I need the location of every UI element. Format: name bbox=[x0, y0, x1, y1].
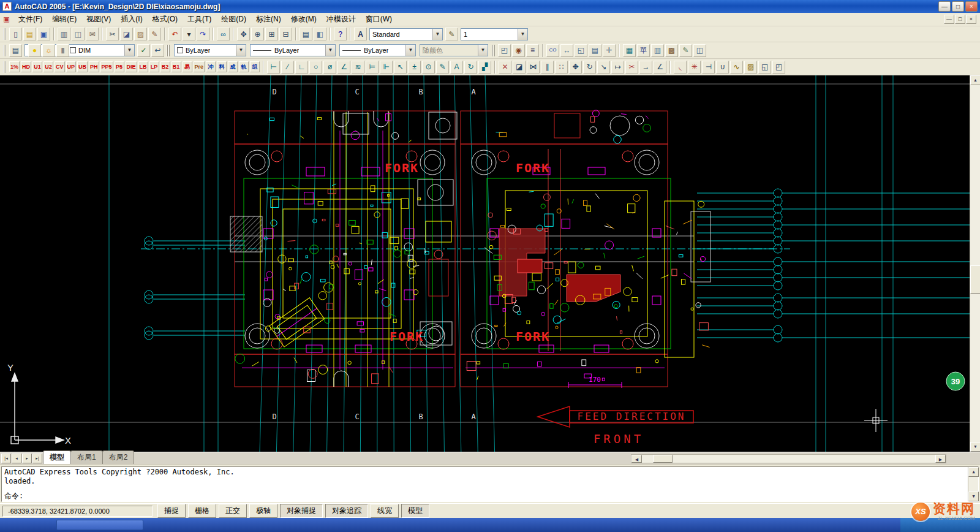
dim-update-icon[interactable]: ↻ bbox=[464, 61, 477, 74]
die-tool-button-组[interactable]: 组 bbox=[250, 61, 260, 72]
toolbar-grip[interactable] bbox=[3, 61, 6, 73]
scroll-down-icon[interactable]: ▼ bbox=[970, 442, 980, 452]
command-history[interactable]: AutoCAD Express Tools Copyright ?2000 Au… bbox=[1, 466, 979, 502]
scrollbar-thumb[interactable] bbox=[970, 265, 980, 294]
help-icon[interactable]: ? bbox=[334, 28, 347, 40]
die-tool-button-lp[interactable]: LP bbox=[149, 61, 159, 72]
explode-icon[interactable]: ✳ bbox=[688, 61, 701, 74]
die-tool-button-u2[interactable]: U2 bbox=[43, 61, 53, 72]
array-icon[interactable]: ∷ bbox=[555, 61, 568, 74]
block-icon[interactable]: ◰ bbox=[772, 61, 785, 74]
status-toggle[interactable]: 线宽 bbox=[371, 504, 399, 518]
menu-item[interactable]: 工具(T) bbox=[183, 13, 216, 26]
die-tool-button-cv[interactable]: CV bbox=[55, 61, 65, 72]
status-toggle[interactable]: 对象追踪 bbox=[325, 504, 368, 518]
table-icon[interactable]: ▦ bbox=[623, 44, 636, 57]
chevron-down-icon[interactable]: ▼ bbox=[478, 45, 488, 56]
restore-button[interactable]: □ bbox=[952, 1, 964, 12]
properties-icon[interactable]: ▤ bbox=[300, 28, 312, 40]
layer-previous-icon[interactable]: ↩ bbox=[151, 44, 164, 57]
menu-item[interactable]: 修改(M) bbox=[286, 13, 322, 26]
move-icon[interactable]: ✥ bbox=[569, 61, 582, 74]
locate-point-icon[interactable]: ✛ bbox=[603, 44, 616, 57]
die-tool-button-hd[interactable]: HD bbox=[21, 61, 31, 72]
die-tool-button-轨[interactable]: 轨 bbox=[239, 61, 249, 72]
join-icon[interactable]: ∪ bbox=[716, 61, 729, 74]
chevron-down-icon[interactable]: ▼ bbox=[405, 45, 415, 56]
tab-模型[interactable]: 模型 bbox=[43, 450, 71, 464]
die-tool-button-成[interactable]: 成 bbox=[228, 61, 238, 72]
undo-icon[interactable]: ↶ bbox=[168, 28, 181, 40]
sheetset-icon[interactable]: ▩ bbox=[665, 44, 678, 57]
distance-icon[interactable]: ↔ bbox=[560, 44, 573, 57]
cad-drawing[interactable]: D C B A D C B A bbox=[0, 75, 970, 452]
quickcalc-icon[interactable]: ≡ bbox=[526, 44, 539, 57]
copy-object-icon[interactable]: ◪ bbox=[513, 61, 526, 74]
dim-linear-icon[interactable]: ⊢ bbox=[267, 61, 280, 74]
menu-item[interactable]: 格式(O) bbox=[148, 13, 183, 26]
make-object-layer-current-icon[interactable]: ✓ bbox=[137, 44, 150, 57]
linetype-combo[interactable]: ByLayer ▼ bbox=[250, 44, 336, 56]
fillet-icon[interactable]: ◟ bbox=[674, 61, 687, 74]
scale-combo[interactable]: 1 ▼ bbox=[461, 28, 528, 40]
mdi-restore-button[interactable]: □ bbox=[955, 15, 965, 24]
dim-ordinate-icon[interactable]: ∟ bbox=[295, 61, 308, 74]
chevron-down-icon[interactable]: ▼ bbox=[325, 45, 335, 56]
plot-preview-icon[interactable]: ◫ bbox=[72, 28, 85, 40]
rotate-icon[interactable]: ↻ bbox=[583, 61, 596, 74]
erase-icon[interactable]: ✕ bbox=[499, 61, 511, 74]
chevron-down-icon[interactable]: ▼ bbox=[124, 45, 134, 56]
toolbar-grip[interactable] bbox=[3, 45, 6, 56]
toolbar-grip[interactable] bbox=[3, 28, 6, 40]
tab-布局2[interactable]: 布局2 bbox=[102, 450, 135, 464]
dim-angular-icon[interactable]: ∠ bbox=[337, 61, 350, 74]
tab-nav-button[interactable]: ◂ bbox=[12, 454, 21, 463]
new-icon[interactable]: ▯ bbox=[9, 28, 22, 40]
die-tool-button-b2[interactable]: B2 bbox=[160, 61, 170, 72]
die-tool-button-up[interactable]: UP bbox=[66, 61, 77, 72]
tab-布局1[interactable]: 布局1 bbox=[70, 450, 103, 464]
scroll-left-icon[interactable]: ◀ bbox=[631, 455, 642, 463]
copy-icon[interactable]: ◪ bbox=[120, 28, 133, 40]
layer-combo[interactable]: ●☼▮ DIM ▼ bbox=[24, 44, 135, 56]
hyperlink-icon[interactable]: ∞ bbox=[217, 28, 230, 40]
lock-icon[interactable]: ▮ bbox=[56, 44, 69, 57]
center-mark-icon[interactable]: ⊙ bbox=[422, 61, 435, 74]
scroll-right-icon[interactable]: ▶ bbox=[935, 455, 946, 463]
cut-icon[interactable]: ✂ bbox=[106, 28, 119, 40]
tab-nav-button[interactable]: ▸ bbox=[22, 454, 32, 463]
die-tool-button-pp5[interactable]: PP5 bbox=[100, 61, 113, 72]
list-icon[interactable]: ▤ bbox=[589, 44, 601, 57]
menu-item[interactable]: 标注(N) bbox=[251, 13, 286, 26]
status-toggle[interactable]: 捕捉 bbox=[157, 504, 186, 518]
die-tool-button-冲[interactable]: 冲 bbox=[206, 61, 216, 72]
chevron-down-icon[interactable]: ▼ bbox=[432, 29, 442, 40]
die-tool-button-pre[interactable]: Pre bbox=[194, 61, 205, 72]
tab-nav-button[interactable]: |◂ bbox=[1, 454, 11, 463]
dim-aligned-icon[interactable]: ∕ bbox=[281, 61, 294, 74]
scale-icon[interactable]: ↘ bbox=[597, 61, 610, 74]
command-scrollbar[interactable]: ▲ ▼ bbox=[968, 467, 978, 501]
menu-item[interactable]: 编辑(E) bbox=[47, 13, 81, 26]
die-tool-button-b1[interactable]: B1 bbox=[172, 61, 181, 72]
stretch-icon[interactable]: ↦ bbox=[611, 61, 624, 74]
status-toggle[interactable]: 极轴 bbox=[249, 504, 277, 518]
die-tool-button-料[interactable]: 料 bbox=[217, 61, 227, 72]
menu-item[interactable]: 冲模设计 bbox=[322, 13, 361, 26]
designcenter-icon[interactable]: ◧ bbox=[314, 28, 326, 40]
menu-item[interactable]: 插入(I) bbox=[116, 13, 147, 26]
text-style-icon[interactable]: A bbox=[354, 28, 367, 40]
dbconnect-icon[interactable]: ◫ bbox=[693, 44, 706, 57]
publish-icon[interactable]: ✉ bbox=[86, 28, 99, 40]
die-tool-button-易[interactable]: 易 bbox=[183, 61, 192, 72]
offset-icon[interactable]: ∥ bbox=[541, 61, 554, 74]
pan-icon[interactable]: ✥ bbox=[237, 28, 250, 40]
tolerance-icon[interactable]: ± bbox=[408, 61, 421, 74]
dim-style-icon[interactable]: ▞ bbox=[478, 61, 491, 74]
scroll-up-icon[interactable]: ▲ bbox=[968, 467, 979, 477]
plotstyle-combo[interactable]: 随颜色 ▼ bbox=[420, 44, 488, 56]
drawing-vertical-scrollbar[interactable]: ▲ ▼ bbox=[970, 75, 980, 452]
sun-icon[interactable]: ☼ bbox=[42, 44, 55, 57]
quick-select-icon[interactable]: ◉ bbox=[512, 44, 525, 57]
tab-nav-button[interactable]: ▸| bbox=[32, 454, 42, 463]
